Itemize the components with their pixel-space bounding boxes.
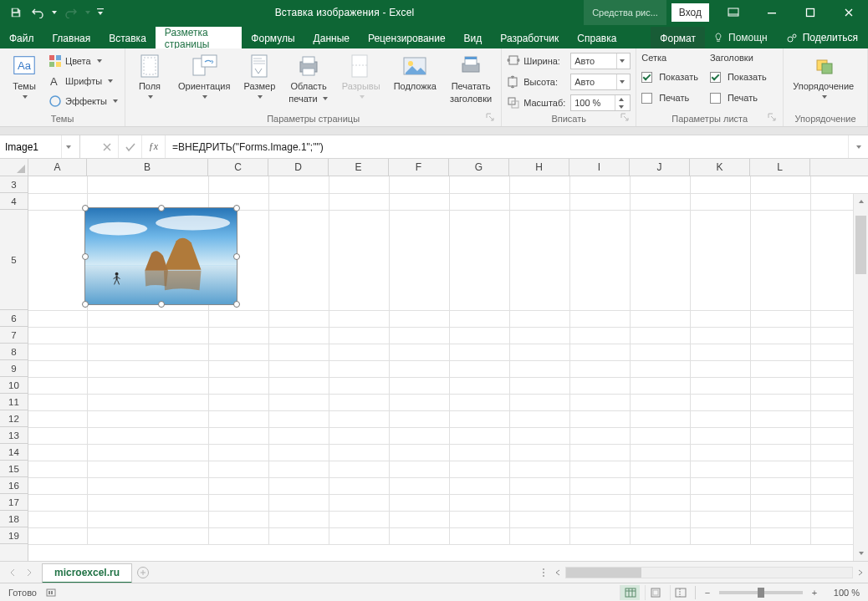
tab-рецензирование[interactable]: Рецензирование — [359, 27, 455, 48]
expand-formula-bar-icon[interactable] — [848, 135, 868, 158]
sheet-tab[interactable]: microexcel.ru — [42, 563, 132, 583]
new-sheet-button[interactable] — [132, 566, 154, 579]
effects-button[interactable]: Эффекты — [49, 92, 119, 110]
row-header[interactable]: 17 — [0, 494, 28, 511]
zoom-in-button[interactable]: + — [808, 586, 821, 599]
themes-button[interactable]: Aa Темы — [5, 50, 43, 101]
spin-down-icon[interactable] — [615, 103, 626, 110]
column-header[interactable]: B — [87, 159, 208, 176]
horizontal-scrollbar[interactable] — [550, 565, 868, 580]
macro-record-icon[interactable] — [45, 587, 57, 598]
row-header[interactable]: 19 — [0, 527, 28, 544]
tab-формулы[interactable]: Формулы — [242, 27, 304, 48]
headings-view-checkbox[interactable]: Показать — [710, 68, 767, 86]
row-header[interactable]: 13 — [0, 427, 28, 444]
row-header[interactable]: 16 — [0, 477, 28, 494]
row-header[interactable]: 4 — [0, 193, 28, 210]
maximize-icon[interactable] — [791, 0, 830, 25]
chevron-down-icon[interactable] — [61, 135, 74, 158]
minimize-icon[interactable] — [753, 0, 791, 25]
tab-вставка[interactable]: Вставка — [100, 27, 156, 48]
row-header[interactable]: 14 — [0, 444, 28, 461]
column-header[interactable]: J — [630, 159, 690, 176]
resize-handle[interactable] — [233, 253, 240, 260]
dialog-launcher-icon[interactable] — [620, 113, 631, 123]
gridlines-view-checkbox[interactable]: Показать — [641, 68, 698, 86]
column-header[interactable]: A — [28, 159, 87, 176]
print-titles-button[interactable]: Печатать заголовки — [446, 50, 496, 105]
tab-справка[interactable]: Справка — [568, 27, 625, 48]
scroll-left-icon[interactable] — [550, 565, 565, 580]
view-normal-icon[interactable] — [620, 585, 640, 600]
row-header[interactable]: 3 — [0, 176, 28, 193]
height-dropdown[interactable]: Авто — [570, 74, 631, 90]
resize-handle[interactable] — [82, 253, 89, 260]
row-header[interactable]: 7 — [0, 327, 28, 344]
cells-area[interactable] — [28, 176, 868, 544]
insert-function-button[interactable]: ƒx — [142, 135, 166, 158]
resize-handle[interactable] — [233, 301, 240, 308]
zoom-percent[interactable]: 100 % — [826, 588, 860, 598]
cancel-formula-button[interactable] — [95, 135, 119, 158]
dialog-launcher-icon[interactable] — [768, 113, 778, 123]
tab-разметка страницы[interactable]: Разметка страницы — [156, 27, 243, 48]
colors-button[interactable]: Цвета — [49, 52, 119, 70]
scroll-up-icon[interactable] — [854, 194, 868, 209]
dialog-launcher-icon[interactable] — [486, 113, 496, 123]
row-header[interactable]: 10 — [0, 377, 28, 394]
gridlines-print-checkbox[interactable]: Печать — [641, 89, 698, 107]
spin-up-icon[interactable] — [615, 95, 626, 103]
tab-разработчик[interactable]: Разработчик — [491, 27, 568, 48]
tab-файл[interactable]: Файл — [0, 27, 43, 48]
select-all-corner[interactable] — [0, 159, 28, 176]
scroll-down-icon[interactable] — [854, 546, 868, 561]
scrollbar-thumb[interactable] — [855, 216, 866, 274]
scrollbar-thumb[interactable] — [566, 568, 641, 578]
margins-button[interactable]: Поля — [130, 50, 169, 101]
tell-me-search[interactable]: Помощн — [705, 27, 776, 48]
ribbon-display-options-icon[interactable] — [714, 0, 753, 25]
column-header[interactable]: D — [268, 159, 329, 176]
size-button[interactable]: Размер — [239, 50, 279, 101]
sheet-nav-prev-icon[interactable] — [5, 565, 20, 580]
view-page-layout-icon[interactable] — [645, 585, 665, 600]
zoom-out-button[interactable]: − — [701, 586, 714, 599]
tab-scroll-splitter[interactable] — [540, 568, 547, 577]
row-header[interactable]: 8 — [0, 344, 28, 360]
column-header[interactable]: K — [690, 159, 750, 176]
column-header[interactable]: I — [569, 159, 630, 176]
close-icon[interactable] — [830, 0, 868, 25]
headings-print-checkbox[interactable]: Печать — [710, 89, 767, 107]
resize-handle[interactable] — [82, 301, 89, 308]
row-header[interactable]: 11 — [0, 394, 28, 410]
width-dropdown[interactable]: Авто — [570, 53, 631, 69]
zoom-slider[interactable] — [719, 591, 803, 594]
background-button[interactable]: Подложка — [390, 50, 441, 93]
formula-input[interactable]: =ВНЕДРИТЬ("Forms.Image.1";"") — [166, 135, 848, 158]
column-header[interactable]: C — [208, 159, 268, 176]
scroll-right-icon[interactable] — [853, 565, 868, 580]
orientation-button[interactable]: Ориентация — [174, 50, 234, 101]
column-header[interactable]: L — [750, 159, 810, 176]
column-header[interactable]: E — [329, 159, 389, 176]
column-header[interactable]: H — [509, 159, 569, 176]
row-header[interactable]: 9 — [0, 360, 28, 377]
view-page-break-icon[interactable] — [670, 585, 690, 600]
tab-format-contextual[interactable]: Формат — [651, 27, 705, 48]
vertical-scrollbar[interactable] — [853, 194, 868, 561]
resize-handle[interactable] — [158, 205, 165, 211]
column-header[interactable]: G — [449, 159, 509, 176]
resize-handle[interactable] — [233, 205, 240, 211]
name-box[interactable] — [0, 135, 80, 158]
resize-handle[interactable] — [158, 301, 165, 308]
signin-button[interactable]: Вход — [671, 3, 709, 22]
arrange-button[interactable]: Упорядочение — [789, 50, 858, 101]
tab-вид[interactable]: Вид — [455, 27, 492, 48]
name-box-input[interactable] — [5, 141, 55, 153]
row-header[interactable]: 5 — [0, 210, 28, 310]
fonts-button[interactable]: A Шрифты — [49, 72, 119, 90]
scale-spinner[interactable]: 100 % — [570, 94, 631, 111]
row-header[interactable]: 15 — [0, 461, 28, 477]
share-button[interactable]: Поделиться — [776, 27, 868, 48]
tab-главная[interactable]: Главная — [43, 27, 100, 48]
